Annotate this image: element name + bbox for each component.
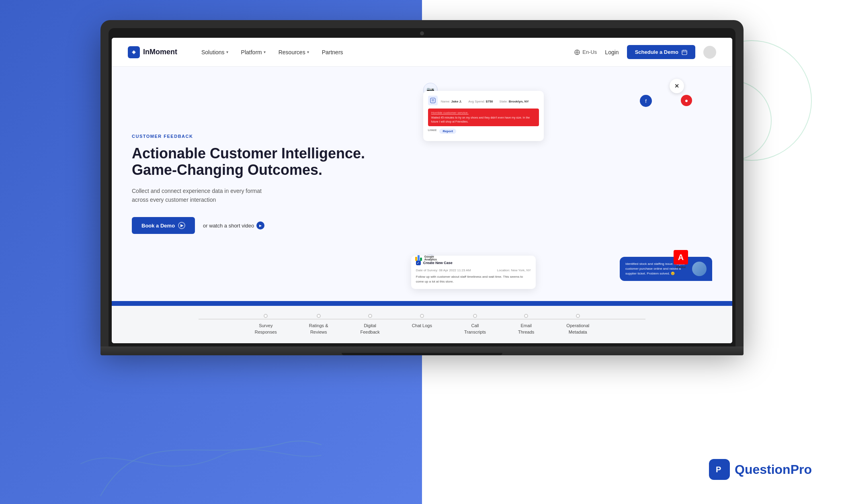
navbar: InMoment Solutions ▾ Platform ▾ Resource… bbox=[112, 38, 732, 67]
tab-dot-ratings bbox=[317, 314, 321, 318]
hero-tag: CUSTOMER FEEDBACK bbox=[132, 134, 371, 139]
close-red-icon: ● bbox=[681, 95, 692, 106]
tab-operational-metadata[interactable]: OperationalMetadata bbox=[550, 314, 605, 335]
laptop-screen-bezel: InMoment Solutions ▾ Platform ▾ Resource… bbox=[109, 28, 735, 346]
nav-logo[interactable]: InMoment bbox=[128, 46, 177, 58]
twitter-x-icon: ✕ bbox=[670, 79, 684, 93]
book-demo-button[interactable]: Book a Demo ▶ bbox=[132, 217, 195, 234]
nav-login-button[interactable]: Login bbox=[605, 49, 619, 55]
svg-rect-6 bbox=[682, 50, 687, 55]
play-icon: ▶ bbox=[178, 222, 185, 229]
nav-partners[interactable]: Partners bbox=[322, 49, 343, 55]
questionpro-logo: P QuestionPro bbox=[709, 459, 812, 480]
hero-subtitle: Collect and connect experience data in e… bbox=[132, 186, 277, 205]
inmoment-logo-icon bbox=[128, 46, 140, 58]
bottom-tabs: SurveyResponses Ratings &Reviews Digital… bbox=[112, 306, 732, 343]
laptop-container: InMoment Solutions ▾ Platform ▾ Resource… bbox=[100, 20, 744, 355]
tab-dot-digital bbox=[368, 314, 372, 318]
customer-card: Name: Jake J. Avg Spend: $750 State: Bro… bbox=[423, 91, 544, 141]
nav-links: Solutions ▾ Platform ▾ Resources ▾ Partn… bbox=[201, 49, 558, 55]
tab-label-digital: DigitalFeedback bbox=[361, 323, 380, 335]
hero-buttons: Book a Demo ▶ or watch a short video ▶ bbox=[132, 217, 371, 234]
laptop-frame: InMoment Solutions ▾ Platform ▾ Resource… bbox=[100, 20, 744, 346]
watch-video-button[interactable]: or watch a short video ▶ bbox=[203, 221, 264, 229]
tab-label-operational: OperationalMetadata bbox=[566, 323, 589, 335]
tab-call-transcripts[interactable]: CallTranscripts bbox=[448, 314, 502, 335]
tab-email-threads[interactable]: EmailThreads bbox=[502, 314, 550, 335]
nav-language[interactable]: En-Us bbox=[574, 49, 597, 55]
user-icon bbox=[428, 96, 438, 105]
hero-section: CUSTOMER FEEDBACK Actionable Customer In… bbox=[112, 67, 732, 301]
hero-title: Actionable Customer Intelligence. Game-C… bbox=[132, 145, 371, 178]
deco-lines-bottom bbox=[80, 383, 322, 504]
hero-illustration: 📷 ✕ in f ● ⚙ ✕ bbox=[391, 67, 732, 301]
nav-avatar bbox=[703, 46, 716, 59]
laptop-camera bbox=[420, 31, 424, 35]
questionpro-icon: P bbox=[709, 459, 730, 480]
video-play-icon: ▶ bbox=[256, 221, 264, 229]
hero-left: CUSTOMER FEEDBACK Actionable Customer In… bbox=[112, 67, 391, 301]
tab-label-survey: SurveyResponses bbox=[255, 323, 277, 335]
tab-survey-responses[interactable]: SurveyResponses bbox=[239, 314, 293, 335]
nav-solutions[interactable]: Solutions ▾ bbox=[201, 49, 228, 55]
tab-dot-email bbox=[524, 314, 528, 318]
tab-label-chat: Chat Logs bbox=[412, 323, 432, 329]
nav-lang-text: En-Us bbox=[582, 49, 597, 55]
chat-avatar bbox=[692, 262, 707, 276]
tab-label-email: EmailThreads bbox=[518, 323, 534, 335]
nav-platform[interactable]: Platform ▾ bbox=[241, 49, 266, 55]
tab-dot-call bbox=[473, 314, 477, 318]
nav-right: En-Us Login Schedule a Demo bbox=[574, 45, 716, 59]
google-analytics-brand: Google Analytics bbox=[415, 255, 437, 261]
blue-divider bbox=[112, 301, 732, 306]
chat-bubble: Identified stock and staffing issue. Hel… bbox=[620, 257, 712, 281]
tab-chat-logs[interactable]: Chat Logs bbox=[396, 314, 448, 329]
tab-label-ratings: Ratings &Reviews bbox=[309, 323, 328, 335]
tab-digital-feedback[interactable]: DigitalFeedback bbox=[344, 314, 396, 335]
svg-text:P: P bbox=[716, 465, 721, 474]
case-checkbox: ✓ bbox=[416, 260, 421, 265]
nav-schedule-demo-button[interactable]: Schedule a Demo bbox=[627, 45, 695, 59]
svg-rect-3 bbox=[133, 51, 135, 53]
tab-dot-chat bbox=[420, 314, 424, 318]
tab-ratings-reviews[interactable]: Ratings &Reviews bbox=[293, 314, 344, 335]
nav-resources[interactable]: Resources ▾ bbox=[279, 49, 309, 55]
tab-dot-survey bbox=[264, 314, 268, 318]
laptop-screen: InMoment Solutions ▾ Platform ▾ Resource… bbox=[112, 38, 732, 343]
adobe-brand: A Adobe bbox=[674, 250, 688, 269]
questionpro-text: QuestionPro bbox=[735, 462, 812, 477]
tab-dot-operational bbox=[576, 314, 580, 318]
nav-logo-text: InMoment bbox=[143, 48, 177, 56]
website-content: InMoment Solutions ▾ Platform ▾ Resource… bbox=[112, 38, 732, 343]
laptop-base bbox=[100, 346, 744, 355]
svg-rect-10 bbox=[430, 98, 435, 103]
tab-label-call: CallTranscripts bbox=[464, 323, 486, 335]
facebook-icon: f bbox=[640, 95, 652, 107]
linked-badge: Report bbox=[439, 129, 456, 134]
